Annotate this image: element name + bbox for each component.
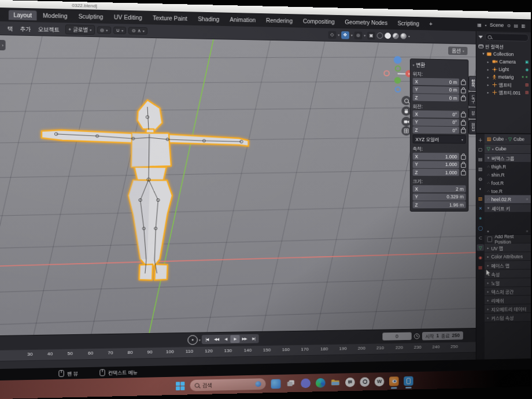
play-button[interactable]: ▶: [230, 335, 239, 343]
gizmo-axis-z-plus[interactable]: [394, 56, 402, 64]
tab-scene[interactable]: ◍: [477, 175, 484, 182]
tab-render[interactable]: ▢: [477, 146, 484, 152]
workspace-tab-sculpting[interactable]: Sculpting: [73, 11, 108, 21]
record-button[interactable]: ●: [187, 335, 197, 345]
blender-app-icon[interactable]: [389, 376, 398, 386]
outliner-search-input[interactable]: [485, 33, 529, 42]
dimensions-z-field[interactable]: Z1.96 m: [413, 201, 466, 208]
proportional-editing-dropdown[interactable]: ⊙ ∧ ▾: [128, 27, 147, 35]
dimensions-y-field[interactable]: Y0.329 m: [413, 193, 466, 200]
outliner-row-empty[interactable]: ▸ 엠프티 ▨: [476, 80, 531, 89]
workspace-tab-layout[interactable]: Layout: [9, 10, 37, 20]
jump-to-end-button[interactable]: ▶|: [249, 335, 258, 343]
previous-keyframe-button[interactable]: ◀◀: [212, 335, 221, 343]
scale-y-field[interactable]: Y1.000: [413, 161, 460, 168]
widgets-app-icon[interactable]: [271, 379, 281, 389]
workspace-tab-scripting[interactable]: Scripting: [393, 18, 424, 28]
wikipedia-app-icon[interactable]: W: [375, 376, 385, 386]
new-scene-icon[interactable]: ▤: [514, 23, 518, 28]
list-resize-grip[interactable]: ≡: [526, 230, 528, 234]
viewport-options-dropdown[interactable]: 옵션 ▾: [448, 47, 467, 56]
panel-texture-space[interactable]: ▸텍스처 공간: [485, 287, 531, 296]
vertex-group-row[interactable]: ∴thigh.R: [485, 162, 531, 171]
play-reverse-button[interactable]: ◀: [221, 335, 230, 343]
shape-keys-panel-header[interactable]: ▼ 셰이프 키: [485, 204, 531, 213]
overlays-toggle[interactable]: ◎: [354, 31, 363, 39]
lock-icon[interactable]: [461, 113, 466, 117]
snapping-dropdown[interactable]: ∪ ▾: [113, 27, 127, 34]
file-explorer-icon[interactable]: [331, 378, 341, 387]
panel-face-maps[interactable]: ▸페이스 맵: [485, 261, 531, 270]
vertex-groups-panel-header[interactable]: ▼ 버텍스 그룹: [485, 154, 531, 162]
scale-x-field[interactable]: X1.000: [413, 153, 460, 160]
tab-view-layer[interactable]: ▥: [477, 165, 484, 172]
add-workspace-button[interactable]: +: [425, 19, 437, 29]
phone-link-app-icon[interactable]: [404, 376, 413, 386]
workspace-tab-geometry-nodes[interactable]: Geometry Nodes: [341, 17, 392, 27]
outliner-row-metarig[interactable]: ▸ metarig ✶✶: [476, 73, 531, 82]
chat-app-icon[interactable]: [345, 377, 355, 387]
panel-custom-properties[interactable]: ▸커스텀 속성: [485, 313, 531, 322]
start-button[interactable]: [176, 382, 184, 390]
workspace-tab-animation[interactable]: Animation: [225, 14, 260, 25]
workspace-tab-shading[interactable]: Shading: [193, 14, 224, 24]
breadcrumb-object[interactable]: Cube: [493, 136, 504, 142]
toolbar-expand-tab[interactable]: ›: [0, 40, 6, 50]
camera-data-badge[interactable]: ▣: [525, 60, 529, 65]
menu-add[interactable]: 추가: [16, 23, 34, 34]
current-frame-field[interactable]: 0: [382, 332, 411, 341]
gizmo-axis-y-minus[interactable]: [395, 65, 401, 72]
list-menu-icon[interactable]: ≡: [526, 197, 528, 201]
character-mesh[interactable]: [37, 93, 251, 289]
panel-geometry-data[interactable]: ▸지오메트리 데이터: [485, 304, 531, 313]
object-visibility-dropdown[interactable]: ◇: [328, 31, 337, 39]
lock-icon[interactable]: [461, 81, 466, 86]
view-layer-icon[interactable]: ▥: [521, 23, 525, 28]
breadcrumb-data[interactable]: Cube: [513, 136, 524, 142]
tab-tool[interactable]: ＋: [477, 136, 484, 142]
tab-texture[interactable]: ▦: [477, 264, 484, 270]
data-name-field[interactable]: ▽ ▾ Cube: [485, 145, 531, 154]
panel-uv-maps[interactable]: ▸UV 맵: [485, 243, 531, 253]
panel-normals[interactable]: ▸노멀: [485, 278, 531, 287]
vertex-group-row[interactable]: ∴foot.R: [485, 179, 531, 187]
pivot-point-dropdown[interactable]: ◎ ▾: [97, 26, 111, 34]
shading-solid-button[interactable]: [385, 32, 391, 39]
lock-icon[interactable]: [461, 129, 466, 134]
menu-object[interactable]: 오브젝트: [35, 24, 63, 35]
obs-app-icon[interactable]: [360, 377, 370, 387]
vertex-group-row[interactable]: ∴shin.R: [485, 171, 531, 179]
next-keyframe-button[interactable]: ▶▶: [239, 335, 249, 343]
empty-data-badge[interactable]: ▨: [525, 83, 529, 87]
end-frame-field[interactable]: 250: [452, 332, 460, 338]
start-frame-field[interactable]: 1: [436, 333, 439, 339]
tab-physics[interactable]: ◯: [477, 224, 484, 231]
panel-remesh[interactable]: ▸리메쉬: [485, 295, 531, 305]
tab-world[interactable]: ◐: [477, 185, 484, 191]
location-y-field[interactable]: Y0 m: [413, 86, 460, 93]
shading-wireframe-button[interactable]: [377, 32, 383, 39]
gizmo-axis-z-minus[interactable]: [395, 86, 401, 93]
jump-to-start-button[interactable]: |◀: [202, 335, 212, 343]
discord-app-icon[interactable]: [301, 378, 311, 388]
transform-orientation-dropdown[interactable]: ⌖ 글로벌 ▾: [65, 24, 94, 35]
lock-icon[interactable]: [461, 88, 466, 93]
location-z-field[interactable]: Z0 m: [413, 94, 460, 101]
vertex-group-row[interactable]: ∴toe.R: [485, 187, 531, 195]
workspace-tab-texture-paint[interactable]: Texture Paint: [148, 13, 192, 23]
lock-icon[interactable]: [461, 163, 466, 168]
vertex-group-row-selected[interactable]: ∴heel.02.R≡: [485, 195, 531, 203]
taskbar-search-input[interactable]: 검색: [190, 378, 266, 391]
gizmo-axis-y-plus[interactable]: [394, 77, 401, 84]
transform-panel-title[interactable]: 변환: [416, 61, 425, 69]
pin-icon[interactable]: ⊙: [507, 23, 511, 28]
shading-rendered-button[interactable]: [400, 33, 407, 39]
task-view-icon[interactable]: [286, 379, 295, 389]
npanel-tab-view[interactable]: 뷰: [468, 108, 476, 119]
edge-app-icon[interactable]: [316, 378, 326, 387]
rotation-x-field[interactable]: X0°: [413, 110, 460, 118]
empty-data-badge[interactable]: ▨: [525, 90, 529, 95]
tab-object-data[interactable]: ▽: [477, 244, 484, 250]
tab-particles[interactable]: ∗: [477, 215, 484, 221]
tab-output[interactable]: ▤: [477, 156, 484, 162]
